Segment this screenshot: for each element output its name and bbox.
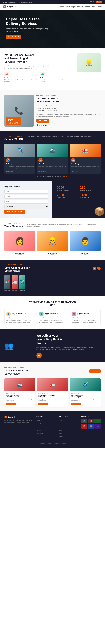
testimonial-2-header: 👤 Aurther Maxwell Client " — [39, 312, 66, 316]
taylor-image: 👨 — [70, 231, 100, 251]
all-posts-button[interactable]: ALL POSTS — [90, 370, 100, 373]
news-plane-label: Air freight — [20, 290, 25, 291]
cta-title: We Deliver yourgoods Very Fast &Secure — [36, 334, 100, 345]
news-image-2: 🚛 Truck freight — [12, 275, 18, 291]
login-btn[interactable]: English — [96, 1, 102, 3]
experience-number: 30+ — [8, 118, 20, 122]
fast-delivery-title: Fast Delivery — [4, 77, 39, 78]
news-card-2: 🚛 FEBRUARY 15, 2021 Distinctively Revolu… — [37, 378, 68, 407]
testimonial-2-stars: ★★★★★ — [39, 317, 66, 319]
cta-play-button[interactable]: ▶ — [36, 353, 42, 358]
logo: L Logistek — [3, 5, 16, 8]
ocean-freight-image: 🚢 — [37, 144, 68, 157]
road-freight-read-more[interactable]: READ MORE — [71, 170, 78, 172]
news-next-button[interactable]: › — [97, 266, 100, 270]
footer-link-3: Projects — [59, 425, 78, 428]
footer-service-5: Warehousing — [36, 432, 56, 435]
footer-logo: L Logistek — [4, 416, 34, 418]
news-truck-label: Truck freight — [12, 290, 18, 291]
experience-badge: 30+ We have more than30 years of experie… — [6, 117, 21, 126]
gallery-item-1[interactable]: 🚢 — [81, 418, 87, 423]
news-card-3-image: ✈️ — [70, 378, 100, 391]
hero-section: Enjoy! Hassle FreeDelivery Services We h… — [0, 10, 105, 48]
world-best-section: World Best Secure Safeand Trusted Logist… — [0, 48, 105, 90]
road-freight-card: 🚛 🚛 Road Freight Lorem ipsum dolor sit a… — [70, 144, 100, 174]
news-card-1-desc: Lorem ipsum dolor sit amet consectetur a… — [6, 398, 34, 402]
ocean-freight-read-more[interactable]: READ MORE — [38, 170, 46, 172]
news-card-3-button[interactable]: READ MORE — [71, 403, 81, 405]
global-service-card: 🌐 Global Service We continuously provide… — [40, 72, 74, 84]
air-freight-icon: ✈️ — [6, 158, 10, 162]
footer-service-4: Customs — [36, 428, 56, 432]
instagram-icon[interactable]: in — [92, 1, 94, 3]
news-prev-button[interactable]: ‹ — [93, 266, 96, 270]
quote-email-input[interactable] — [4, 200, 48, 204]
news-ship-label: Cargo ship — [4, 290, 10, 291]
nav-projects[interactable]: Projects — [84, 6, 90, 8]
team-cards: 👩 Alice Bender Trainer 👷 Jason Marcel Tr… — [4, 231, 100, 255]
world-best-image: 👷 — [77, 53, 100, 72]
latest-news-title: Let's Checkout our AllLatest News — [4, 369, 32, 375]
news-ship-image: 🚢 — [4, 275, 10, 290]
gallery-item-5[interactable]: 🏭 — [88, 424, 94, 428]
about-label: About the Company — [36, 95, 100, 96]
alice-image: 👩 — [4, 231, 35, 251]
testimonial-1-stars: ★★★★★ — [6, 317, 34, 319]
play-icon: ▶ — [38, 354, 40, 357]
nav-contact[interactable]: Contact — [97, 6, 102, 8]
linkedin-icon[interactable]: li — [94, 1, 95, 3]
testimonial-2-text: Lorem ipsum dolor consectetur adipiscing… — [39, 320, 66, 323]
footer-logo-text: Logistek — [8, 416, 15, 418]
services-note: Do You Want To explore more services jus… — [4, 176, 100, 177]
nav-news[interactable]: News — [92, 6, 96, 8]
navbar: L Logistek Home About Pages Services Pro… — [0, 4, 105, 10]
air-freight-read-more[interactable]: READ MORE — [6, 170, 13, 172]
quote-submit-button[interactable]: ENQUIRY FOR SUBMIT — [4, 210, 25, 214]
quote-name-input[interactable] — [4, 190, 48, 194]
news-card-2-date: FEBRUARY 15, 2021 — [38, 393, 66, 394]
twitter-icon[interactable]: t — [92, 1, 92, 3]
testimonial-3-avatar: 👤 — [72, 312, 76, 316]
alice-role: Trainer — [4, 254, 35, 255]
footer-grid: L Logistek Lorem ipsum dolor sit amet co… — [4, 416, 100, 438]
gallery-item-4[interactable]: 📦 — [81, 424, 87, 428]
taylor-role: Trainer — [70, 254, 100, 255]
team-section: Meet the Members Team Members Lorem ipsu… — [0, 218, 105, 260]
news-card-2-title: Distinctively RevolutionCatalysts — [38, 394, 66, 398]
services-header: In our Services Service We Offer Lorem i… — [4, 136, 100, 141]
news-card-1-button[interactable]: READ MORE — [6, 403, 16, 405]
footer-gallery-title: Our Gallery — [81, 416, 100, 417]
nav-home[interactable]: Home — [60, 6, 64, 8]
about-read-more-button[interactable]: READ MORE — [36, 119, 49, 122]
footer-link-6: Contact — [59, 435, 78, 438]
gallery-item-3[interactable]: ✈️ — [94, 418, 100, 423]
news-card-1-body: JANUARY 16, 2021 Creative BusinessConsul… — [4, 391, 35, 407]
team-header: Meet the Members Team Members Lorem ipsu… — [4, 222, 100, 228]
facebook-icon[interactable]: f — [90, 1, 90, 3]
quote-section: Request A Quote Air Freight ENQUIRY FOR … — [0, 181, 52, 218]
about-img-icon: 📞 — [14, 106, 24, 115]
quote-phone-input[interactable] — [4, 195, 48, 198]
news-card-2-button[interactable]: READ MORE — [38, 403, 48, 405]
world-best-content: World Best Secure Safeand Trusted Logist… — [4, 53, 74, 84]
nav-about[interactable]: About — [66, 6, 70, 8]
news-dark-label: News And Updates — [4, 264, 32, 266]
gallery-item-2[interactable]: 🚛 — [88, 418, 94, 423]
top-bar-address: 32 King Street, London — [3, 2, 16, 3]
nav-services[interactable]: Services — [77, 6, 83, 8]
about-title: TRUSTED LOGISTICSERVICE PROVIDER — [36, 97, 100, 103]
services-click-here[interactable]: click here — [63, 176, 68, 177]
nav-pages[interactable]: Pages — [72, 6, 76, 8]
quote-icon-3: " — [90, 312, 91, 316]
gallery-item-6[interactable]: 🌐 — [94, 424, 100, 428]
ocean-freight-desc: Lorem ipsum dolor sit amet consectetur a… — [38, 165, 66, 168]
services-cards: ✈️ ✈️ Air Freight Lorem ipsum dolor sit … — [4, 144, 100, 174]
team-header-left: Meet the Members Team Members — [4, 222, 24, 228]
testimonial-3-stars: ★★★★★ — [72, 317, 99, 319]
quote-freight-select[interactable]: Air Freight — [4, 205, 48, 209]
footer-bottom: Copyright © 2021 by All Themes. All righ… — [4, 441, 100, 444]
hero-cta-button[interactable]: GET STARTED — [6, 35, 21, 39]
team-label: Meet the Members — [4, 222, 24, 224]
global-service-title: Global Service — [40, 77, 74, 78]
news-plane-image: ✈️ — [20, 275, 25, 290]
